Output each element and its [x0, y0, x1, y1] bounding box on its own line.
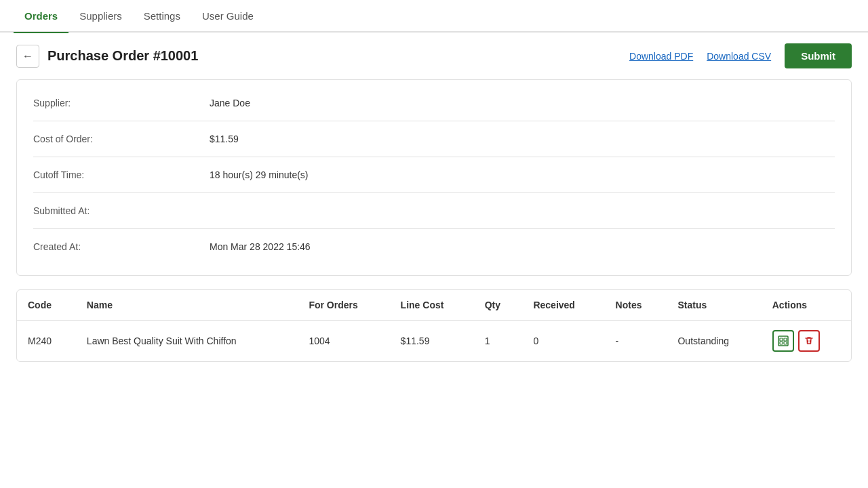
cell-code: M240	[17, 321, 76, 362]
submit-button[interactable]: Submit	[785, 43, 852, 68]
created-label: Created At:	[33, 241, 210, 252]
svg-rect-3	[780, 342, 783, 344]
header-actions: Download PDF Download CSV Submit	[629, 43, 852, 68]
supplier-value: Jane Doe	[210, 98, 250, 108]
detail-row-submitted: Submitted At:	[33, 193, 835, 229]
svg-rect-4	[784, 342, 787, 344]
back-button[interactable]: ←	[16, 45, 39, 68]
cell-status: Outstanding	[667, 321, 761, 362]
table-header-row: Code Name For Orders Line Cost Qty Recei…	[17, 290, 851, 321]
detail-row-supplier: Supplier: Jane Doe	[33, 85, 835, 121]
main-nav: Orders Suppliers Settings User Guide	[0, 0, 868, 33]
actions-cell	[772, 330, 840, 352]
nav-settings[interactable]: Settings	[133, 0, 191, 32]
cell-qty: 1	[474, 321, 523, 362]
col-status: Status	[667, 290, 761, 321]
col-received: Received	[522, 290, 604, 321]
delete-button[interactable]	[798, 330, 820, 352]
nav-suppliers[interactable]: Suppliers	[68, 0, 133, 32]
nav-user-guide[interactable]: User Guide	[191, 0, 264, 32]
cell-notes: -	[605, 321, 667, 362]
table-row: M240 Lawn Best Quality Suit With Chiffon…	[17, 321, 851, 362]
supplier-label: Supplier:	[33, 98, 210, 108]
detail-row-cost: Cost of Order: $11.59	[33, 121, 835, 157]
download-csv-button[interactable]: Download CSV	[707, 51, 771, 62]
detail-row-created: Created At: Mon Mar 28 2022 15:46	[33, 229, 835, 264]
col-qty: Qty	[474, 290, 523, 321]
col-name: Name	[76, 290, 298, 321]
download-pdf-button[interactable]: Download PDF	[629, 51, 693, 62]
page-header: ← Purchase Order #10001 Download PDF Dow…	[0, 33, 868, 79]
cutoff-value: 18 hour(s) 29 minute(s)	[210, 169, 309, 180]
line-items-table: Code Name For Orders Line Cost Qty Recei…	[17, 290, 851, 361]
receive-button[interactable]	[772, 330, 794, 352]
cell-received: 0	[522, 321, 604, 362]
detail-row-cutoff: Cutoff Time: 18 hour(s) 29 minute(s)	[33, 157, 835, 193]
details-section: Supplier: Jane Doe Cost of Order: $11.59…	[17, 80, 851, 275]
line-items-table-container: Code Name For Orders Line Cost Qty Recei…	[16, 289, 852, 362]
nav-orders[interactable]: Orders	[14, 0, 68, 32]
cell-name: Lawn Best Quality Suit With Chiffon	[76, 321, 298, 362]
col-line-cost: Line Cost	[390, 290, 474, 321]
cost-value: $11.59	[210, 134, 239, 144]
svg-rect-1	[780, 338, 783, 341]
details-card: Supplier: Jane Doe Cost of Order: $11.59…	[16, 79, 852, 276]
col-for-orders: For Orders	[298, 290, 389, 321]
submitted-label: Submitted At:	[33, 205, 210, 216]
created-value: Mon Mar 28 2022 15:46	[210, 241, 311, 252]
cutoff-label: Cutoff Time:	[33, 169, 210, 180]
cell-for-orders: 1004	[298, 321, 389, 362]
cell-line-cost: $11.59	[390, 321, 474, 362]
page-title: Purchase Order #10001	[47, 48, 621, 64]
col-notes: Notes	[605, 290, 667, 321]
cell-actions	[762, 321, 851, 362]
col-actions: Actions	[762, 290, 851, 321]
cost-label: Cost of Order:	[33, 134, 210, 144]
svg-rect-2	[784, 338, 787, 341]
col-code: Code	[17, 290, 76, 321]
